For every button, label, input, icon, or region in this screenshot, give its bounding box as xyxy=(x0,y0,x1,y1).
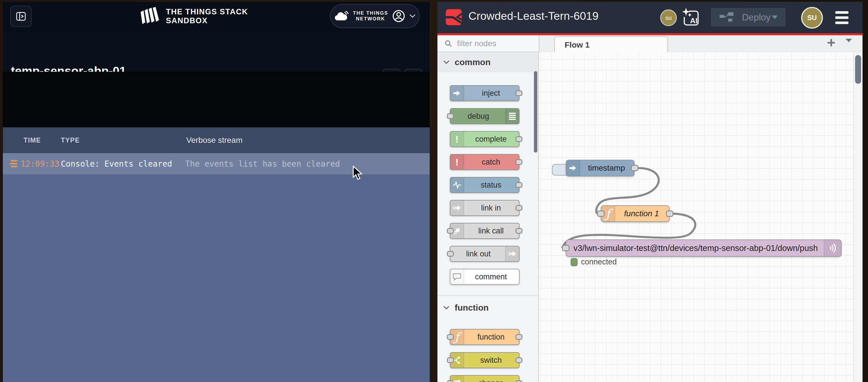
input-port[interactable] xyxy=(447,380,454,382)
canvas-scrollbar-thumb[interactable] xyxy=(855,55,861,84)
inject-icon xyxy=(566,160,580,176)
input-port[interactable] xyxy=(447,113,454,119)
column-time: TIME xyxy=(24,137,41,144)
palette-node-link-call[interactable]: link call xyxy=(450,223,520,239)
add-flow-button[interactable] xyxy=(825,38,838,49)
flow-node-function-1[interactable]: ƒ function 1 xyxy=(601,205,670,222)
palette-node-debug[interactable]: debug xyxy=(450,108,520,124)
flow-list-button[interactable] xyxy=(843,38,855,44)
things-stack-logo-icon xyxy=(138,7,161,26)
palette-search[interactable] xyxy=(437,35,539,52)
debug-icon xyxy=(505,109,519,124)
output-port[interactable] xyxy=(516,357,522,363)
avatar-icon xyxy=(392,9,405,23)
deploy-caret-icon[interactable] xyxy=(771,15,778,20)
deploy-icon xyxy=(720,12,735,22)
palette-node-complete[interactable]: ! complete xyxy=(450,131,520,147)
mqtt-topic-label: v3/lwn-simulator-test@ttn/devices/temp-s… xyxy=(574,243,834,253)
header-accent-line xyxy=(437,33,863,35)
input-port[interactable] xyxy=(597,210,604,217)
input-port[interactable] xyxy=(447,251,454,257)
flow-node-timestamp[interactable]: timestamp xyxy=(566,160,634,176)
device-status-section: Last activity 8 seconds ago Device overv… xyxy=(3,72,430,127)
flowfuse-logo-icon xyxy=(446,9,462,25)
nodered-window: Crowded-Least-Tern-6019 su AI Deploy SU xyxy=(437,2,863,382)
mqtt-status: connected xyxy=(570,257,617,267)
user-avatar[interactable]: SU xyxy=(801,7,823,29)
account-line-2: NETWORK xyxy=(353,16,389,22)
palette-scrollbar[interactable] xyxy=(534,71,537,152)
status-label: connected xyxy=(581,257,617,267)
flow-node-mqtt-out[interactable]: v3/lwn-simulator-test@ttn/devices/temp-s… xyxy=(566,240,842,257)
status-icon xyxy=(451,177,464,193)
nodered-header: Crowded-Least-Tern-6019 su AI Deploy SU xyxy=(437,2,863,33)
palette-node-function[interactable]: ƒ function xyxy=(450,329,520,345)
palette-section-function[interactable]: function xyxy=(437,298,538,318)
link-out-icon xyxy=(505,246,519,261)
palette-node-inject[interactable]: inject xyxy=(450,85,520,101)
main-menu-button[interactable] xyxy=(834,11,850,24)
desktop: THE THINGS STACK SANDBOX THE THINGS NETW… xyxy=(0,0,868,382)
input-port[interactable] xyxy=(447,334,454,340)
input-port[interactable] xyxy=(447,357,454,363)
output-port[interactable] xyxy=(666,210,673,217)
event-row[interactable]: 12:09:33 Console: Events cleared The eve… xyxy=(3,153,430,175)
chevron-down-icon xyxy=(409,14,415,18)
complete-icon: ! xyxy=(451,132,464,146)
deploy-button[interactable]: Deploy xyxy=(711,8,786,26)
sidebar-toggle-button[interactable] xyxy=(10,6,32,27)
output-port[interactable] xyxy=(516,90,522,96)
flow-tab-label: Flow 1 xyxy=(565,40,590,49)
svg-text:AI: AI xyxy=(690,16,698,25)
output-port[interactable] xyxy=(516,182,522,188)
flow-tab[interactable]: Flow 1 xyxy=(554,36,668,53)
ai-sparkle-icon: AI xyxy=(681,8,701,28)
canvas-scrollbar-track[interactable] xyxy=(853,52,863,382)
palette-section-common[interactable]: common xyxy=(437,52,538,72)
brand-line-2: SANDBOX xyxy=(166,16,248,25)
output-port[interactable] xyxy=(516,205,522,211)
ttn-window: THE THINGS STACK SANDBOX THE THINGS NETW… xyxy=(3,2,430,382)
palette-node-comment[interactable]: comment xyxy=(450,269,520,285)
instance-title: Crowded-Least-Tern-6019 xyxy=(468,10,598,22)
plus-icon xyxy=(826,38,836,47)
output-port[interactable] xyxy=(516,380,522,382)
cloud-network-icon xyxy=(334,11,349,22)
output-port[interactable] xyxy=(631,165,639,171)
live-data-table-header: TIME TYPE Verbose stream Export as JSON … xyxy=(3,127,430,153)
output-port[interactable] xyxy=(516,228,522,234)
input-port[interactable] xyxy=(447,228,454,234)
mqtt-signal-icon xyxy=(824,240,841,256)
events-cleared-icon xyxy=(10,160,19,168)
event-time: 12:09:33 xyxy=(21,159,59,169)
output-port[interactable] xyxy=(516,159,522,165)
chevron-down-icon xyxy=(443,306,450,310)
workspace-toolbar: Flow 1 xyxy=(437,35,863,52)
flow-canvas[interactable]: timestamp ƒ function 1 v3/lwn-simulator-… xyxy=(539,52,853,382)
palette-node-status[interactable]: status xyxy=(450,177,520,193)
palette-node-link-out[interactable]: link out xyxy=(450,246,520,262)
palette-node-switch[interactable]: switch xyxy=(450,352,520,368)
node-palette: common inject debug ! complete ! catch xyxy=(437,52,539,382)
palette-node-catch[interactable]: ! catch xyxy=(450,154,520,170)
chevron-down-icon xyxy=(443,60,450,64)
mini-user-badge[interactable]: su xyxy=(660,9,677,26)
section-divider xyxy=(437,296,538,296)
output-port[interactable] xyxy=(516,136,522,142)
inject-icon xyxy=(451,86,464,101)
input-port[interactable] xyxy=(562,245,569,251)
device-title-section: temp-sensor-abp-01 Add label ID: temp-se… xyxy=(3,32,430,72)
account-menu-button[interactable]: THE THINGS NETWORK xyxy=(330,4,420,28)
palette-node-change[interactable]: change xyxy=(450,375,520,382)
filter-nodes-input[interactable] xyxy=(456,39,526,48)
panel-toggle-icon xyxy=(16,11,26,22)
ttn-header: THE THINGS STACK SANDBOX THE THINGS NETW… xyxy=(3,2,430,33)
event-description: The events list has been cleared xyxy=(185,159,340,169)
comment-icon xyxy=(451,269,464,284)
ai-assistant-button[interactable]: AI xyxy=(679,7,699,28)
live-data-empty-area xyxy=(3,174,430,382)
caret-down-icon xyxy=(845,38,853,43)
output-port[interactable] xyxy=(516,334,522,340)
palette-node-link-in[interactable]: link in xyxy=(450,200,520,216)
account-line-1: THE THINGS xyxy=(353,10,389,16)
